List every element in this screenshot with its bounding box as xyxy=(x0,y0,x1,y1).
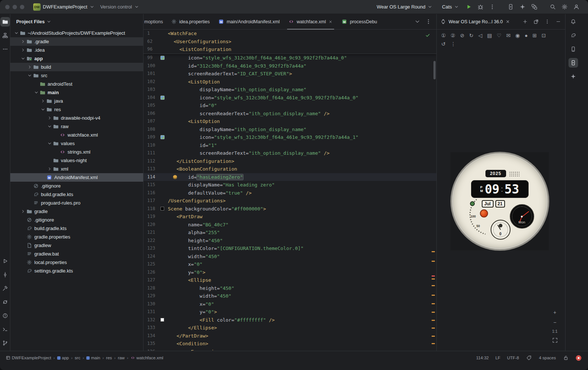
tree-item-settings.gradle.kts[interactable]: settings.gradle.kts xyxy=(10,267,143,275)
tree-item-java[interactable]: java xyxy=(10,97,143,105)
sync-icon[interactable] xyxy=(0,297,10,307)
button-one-icon[interactable]: ① xyxy=(441,32,446,38)
code-line-108[interactable]: 108 displayName="ith_option_display_name… xyxy=(143,126,436,134)
palm-icon[interactable]: ⊘ xyxy=(460,32,464,38)
warning-stripe-mark[interactable] xyxy=(432,303,435,304)
code-line-104[interactable]: 104 icon="style_wfs_312c30bf_f64a_461e_9… xyxy=(143,94,436,102)
tree-item-res[interactable]: res xyxy=(10,105,143,114)
warning-stripe-mark[interactable] xyxy=(432,251,435,252)
warning-stripe-mark[interactable] xyxy=(432,328,435,329)
line-separator[interactable]: LF xyxy=(495,356,500,360)
grid-icon[interactable]: ⊞ xyxy=(533,32,537,38)
device-tab-label[interactable]: Wear OS Large Ro...l 36.0 xyxy=(449,19,503,24)
tree-item-watchface.xml[interactable]: watchface.xml xyxy=(10,131,143,139)
code-line-115[interactable]: 115 displayName="Has leading zero" xyxy=(143,181,436,189)
gradle-tool-icon[interactable] xyxy=(568,31,578,40)
drawable-preview-icon[interactable] xyxy=(160,135,165,139)
code-line-121[interactable]: 121 alpha="255" xyxy=(143,229,436,237)
color-swatch-white[interactable] xyxy=(160,318,164,322)
drawable-preview-icon[interactable] xyxy=(160,56,165,60)
code-line-126[interactable]: 126 y="0"> xyxy=(143,268,436,277)
code-line-119[interactable]: 119 <PartDraw xyxy=(143,213,436,221)
tree-item-.gradle[interactable]: .gradle xyxy=(10,37,143,46)
code-line-1[interactable]: 1<WatchFace xyxy=(143,30,436,38)
breadcrumb-item-main[interactable]: main xyxy=(86,356,100,360)
code-line-62[interactable]: 62 <UserConfigurations> xyxy=(143,38,436,46)
error-stripe-mark[interactable] xyxy=(432,275,435,277)
breadcrumb-item-src[interactable]: src xyxy=(75,356,80,360)
project-selector[interactable]: DW DWFExampleProject xyxy=(30,2,97,12)
code-line-136[interactable]: 136 <Expressions> xyxy=(143,348,436,351)
maximize-window-icon[interactable] xyxy=(20,5,24,9)
code-line-125[interactable]: 125 x="0" xyxy=(143,260,436,268)
chevron-down-icon[interactable] xyxy=(20,56,26,61)
settings-icon[interactable] xyxy=(559,2,570,12)
code-line-102[interactable]: 102 <ListOption xyxy=(143,78,436,86)
run-config-selector[interactable]: Cats xyxy=(437,3,462,11)
gemini-icon[interactable] xyxy=(517,2,528,12)
terminal-icon[interactable] xyxy=(0,325,10,334)
breadcrumb-item-watchface.xml[interactable]: watchface.xml xyxy=(131,356,163,360)
file-encoding[interactable]: UTF-8 xyxy=(507,356,519,360)
tree-item-raw[interactable]: raw xyxy=(10,122,143,131)
tree-item-.gitignore[interactable]: .gitignore xyxy=(10,182,143,190)
chevron-down-icon[interactable] xyxy=(46,19,51,24)
tree-item-app[interactable]: app xyxy=(10,54,143,63)
warning-stripe-mark[interactable] xyxy=(432,285,435,286)
button-two-icon[interactable]: ② xyxy=(451,32,456,38)
more-tools-icon[interactable] xyxy=(0,44,10,54)
breadcrumb-item-res[interactable]: res xyxy=(106,356,112,360)
close-tab-icon[interactable] xyxy=(328,20,333,24)
code-line-96[interactable]: 96 <ListConfiguration xyxy=(143,45,436,54)
code-line-114[interactable]: 114 id="hasLeadingZero" xyxy=(143,173,436,181)
code-line-117[interactable]: 117/UserConfigurations> xyxy=(143,197,436,205)
code-line-116[interactable]: 116 defaultValue="true" /> xyxy=(143,189,436,197)
code-line-122[interactable]: 122 height="450" xyxy=(143,237,436,245)
breadcrumb-item-raw[interactable]: raw xyxy=(118,356,125,360)
tree-item-build[interactable]: build xyxy=(10,63,143,71)
tree-item-.idea[interactable]: .idea xyxy=(10,46,143,54)
close-window-icon[interactable] xyxy=(5,5,10,9)
run-tool-icon[interactable] xyxy=(0,256,10,266)
caret-position[interactable]: 114:32 xyxy=(476,356,489,360)
commit-icon[interactable] xyxy=(0,270,10,280)
chevron-down-icon[interactable] xyxy=(13,31,19,35)
tree-item-proguard-rules.pro[interactable]: proguard-rules.pro xyxy=(10,199,143,207)
warning-stripe-mark[interactable] xyxy=(432,278,435,280)
code-line-106[interactable]: 106 screenReaderText="ith_option_display… xyxy=(143,110,436,118)
color-swatch-black[interactable] xyxy=(160,207,164,210)
tab-idea.properties[interactable]: idea.properties xyxy=(167,14,214,29)
problems-icon[interactable] xyxy=(0,311,10,321)
running-devices-icon[interactable] xyxy=(568,58,578,68)
tree-item-androidtest[interactable]: androidTest xyxy=(10,80,143,88)
code-line-120[interactable]: 120 name="BG_40c7" xyxy=(143,221,436,229)
window-controls[interactable] xyxy=(5,5,24,9)
notifications-icon[interactable] xyxy=(568,17,578,27)
code-line-135[interactable]: 135 <Condition> xyxy=(143,340,436,348)
zoom-ratio-label[interactable]: 1:1 xyxy=(552,329,558,333)
run-button[interactable] xyxy=(463,2,474,12)
tab-watchface.xml[interactable]: watchface.xml xyxy=(284,14,337,29)
tree-item-values-night[interactable]: values-night xyxy=(10,156,143,165)
device-screen[interactable]: 2025 P M 09 : 53 Jul 21 xyxy=(450,152,549,250)
add-device-icon[interactable] xyxy=(521,18,529,26)
tab-main-androidmanifest.xml[interactable]: Mmain/AndroidManifest.xml xyxy=(214,14,284,29)
account-icon[interactable] xyxy=(571,2,581,12)
more-actions-icon[interactable] xyxy=(487,2,497,12)
warning-stripe-mark[interactable] xyxy=(432,320,435,321)
search-icon[interactable] xyxy=(547,2,558,12)
editor-scrollbar[interactable] xyxy=(433,61,436,79)
pull-request-icon[interactable] xyxy=(529,2,539,12)
code-line-133[interactable]: 133 </Ellipse> xyxy=(143,324,436,332)
code-line-123[interactable]: 123 tintColor="[CONFIGURATION.themeColor… xyxy=(143,244,436,253)
intention-bulb-icon[interactable] xyxy=(173,175,177,179)
zoom-in-button[interactable]: + xyxy=(551,309,558,316)
device-manager-icon[interactable] xyxy=(568,44,578,54)
hide-panel-icon[interactable] xyxy=(554,18,562,26)
code-line-130[interactable]: 130 x="0" xyxy=(143,300,436,308)
code-line-101[interactable]: 101 screenReaderText="ID_CAT_STEP_OVER"> xyxy=(143,70,436,78)
tree-item-xml[interactable]: xml xyxy=(10,165,143,173)
structure-icon[interactable] xyxy=(0,31,10,40)
sync-status-badge[interactable] xyxy=(576,355,581,361)
camera-icon[interactable]: ◉ xyxy=(515,32,520,38)
